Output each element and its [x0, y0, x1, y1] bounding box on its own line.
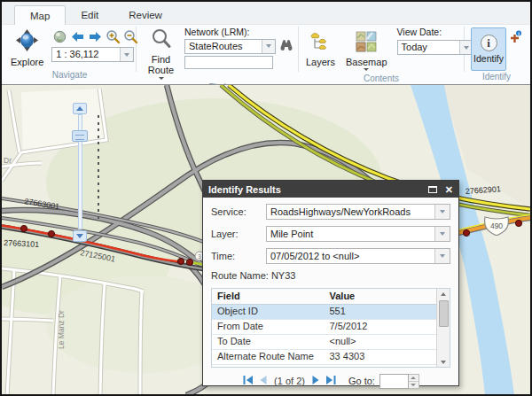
route-name-value: NY33 [271, 270, 296, 281]
time-combobox[interactable]: 07/05/2012 to <null> [266, 248, 450, 264]
network-dropdown-button[interactable] [262, 40, 275, 53]
find-route-magnifier-icon [151, 28, 172, 53]
dialog-pagination: (1 of 2) Go to: [211, 372, 450, 390]
network-value: StateRoutes [185, 40, 262, 53]
table-row[interactable]: Alternate Route Name 33 4303 [212, 350, 436, 365]
globe-icon[interactable] [51, 28, 68, 44]
cell-value: <null> [325, 335, 437, 349]
identify-route-location-icon[interactable]: i [508, 30, 522, 48]
basemap-dropdown-icon[interactable] [364, 68, 369, 71]
dialog-titlebar[interactable]: Identify Results ✕ [203, 181, 458, 198]
time-label: Time: [211, 251, 266, 261]
scroll-thumb[interactable] [439, 300, 449, 327]
view-date-combobox[interactable]: Today [397, 40, 473, 55]
svg-text:27663101: 27663101 [4, 238, 40, 249]
next-page-icon[interactable] [311, 373, 321, 389]
slider-handle[interactable] [72, 130, 88, 142]
slider-zoom-out-button[interactable] [73, 230, 87, 242]
layers-label: Layers [306, 57, 335, 67]
slider-ticks [98, 115, 99, 223]
table-row[interactable]: To Date <null> [212, 335, 436, 350]
table-row[interactable]: From Date 7/5/2012 [212, 320, 436, 335]
group-identify: i Identify i Identify [465, 27, 528, 72]
identify-label: Identify [473, 53, 504, 64]
time-value: 07/05/2012 to <null> [267, 249, 434, 263]
layer-value: Mile Point [267, 227, 434, 241]
group-label-navigate: Navigate [8, 69, 131, 81]
dialog-body: Service: RoadsHighways/NewYorkRoads Laye… [203, 198, 458, 390]
application-window: Map Edit Review [0, 0, 532, 396]
basemap-label: Basemap [346, 57, 387, 67]
tab-review[interactable]: Review [113, 5, 177, 24]
cell-value: 33 4303 [325, 350, 437, 364]
explore-pan-icon [15, 28, 39, 56]
map-zoom-slider [71, 103, 106, 243]
table-scrollbar[interactable] [436, 289, 450, 367]
group-contents: Layers [299, 27, 465, 72]
goto-label: Go to: [348, 376, 375, 386]
route-name-row: Route Name: NY33 [211, 270, 450, 283]
dialog-title: Identify Results [208, 184, 428, 195]
last-page-icon[interactable] [325, 373, 337, 389]
cell-field: Alternate Route Name [212, 350, 325, 364]
network-lrm-label: Network (LRM): [184, 27, 293, 38]
group-label-contents: Contents [303, 73, 459, 84]
find-route-label: Find Route [148, 54, 174, 75]
spinner-down-icon[interactable] [409, 381, 419, 388]
explore-button[interactable]: Explore [8, 27, 46, 69]
tab-map[interactable]: Map [14, 5, 66, 25]
service-value: RoadsHighways/NewYorkRoads [267, 205, 434, 219]
cell-field: To Date [212, 335, 325, 349]
table-row[interactable]: Object ID 551 [212, 305, 436, 320]
scale-dropdown-button[interactable] [120, 48, 133, 61]
spinner-up-icon[interactable] [409, 375, 419, 381]
svg-text:490: 490 [490, 221, 503, 230]
basemap-button[interactable]: Basemap [343, 29, 389, 73]
ribbon: Map Edit Review [2, 2, 530, 84]
group-navigate: Explore [4, 27, 137, 72]
identify-results-dialog: Identify Results ✕ Service: RoadsHighway… [202, 180, 459, 386]
slider-zoom-in-button[interactable] [73, 103, 87, 114]
forward-arrow-icon[interactable] [87, 28, 104, 44]
group-label-identify: Identify [469, 71, 524, 82]
layer-dropdown-button[interactable] [434, 227, 450, 241]
tab-bar: Map Edit Review [2, 2, 530, 25]
layer-label: Layer: [211, 229, 266, 239]
scale-value: 1 : 36,112 [52, 48, 120, 61]
goto-page-input[interactable] [379, 374, 409, 389]
maximize-icon[interactable] [428, 186, 437, 193]
route-name-label: Route Name: [211, 270, 269, 281]
layers-button[interactable]: Layers [303, 29, 338, 69]
first-page-icon[interactable] [242, 373, 254, 389]
time-dropdown-button[interactable] [434, 249, 450, 263]
close-icon[interactable]: ✕ [445, 185, 453, 194]
group-find: Find Route Network (LRM): StateRoutes [137, 27, 299, 72]
find-route-dropdown-icon[interactable] [159, 77, 164, 80]
network-combobox[interactable]: StateRoutes [184, 39, 276, 54]
service-dropdown-button[interactable] [434, 205, 450, 219]
page-indicator: (1 of 2) [274, 376, 305, 386]
back-arrow-icon[interactable] [69, 28, 86, 44]
binoculars-icon[interactable] [279, 38, 293, 54]
scale-combobox[interactable]: 1 : 36,112 [51, 47, 134, 62]
svg-text:Le Manz Dr: Le Manz Dr [57, 310, 66, 349]
layer-combobox[interactable]: Mile Point [266, 226, 450, 242]
scroll-up-icon[interactable] [437, 289, 450, 299]
view-date-value: Today [398, 41, 459, 54]
basemap-icon [356, 31, 377, 56]
find-route-value-input[interactable] [184, 56, 273, 69]
tab-edit[interactable]: Edit [66, 5, 113, 24]
table-header-value: Value [325, 289, 437, 304]
goto-spinner [409, 374, 419, 389]
identify-button[interactable]: i Identify [471, 27, 506, 71]
cell-value: 7/5/2012 [325, 320, 437, 334]
explore-label: Explore [11, 57, 43, 67]
find-route-button[interactable]: Find Route [141, 27, 181, 82]
service-combobox[interactable]: RoadsHighways/NewYorkRoads [266, 204, 450, 220]
scroll-down-icon[interactable] [437, 357, 450, 367]
table-header-field: Field [212, 289, 325, 304]
previous-page-icon[interactable] [258, 373, 268, 389]
identify-info-icon: i [481, 35, 497, 51]
zoom-in-icon[interactable] [105, 28, 121, 44]
cell-value: 551 [325, 305, 437, 319]
